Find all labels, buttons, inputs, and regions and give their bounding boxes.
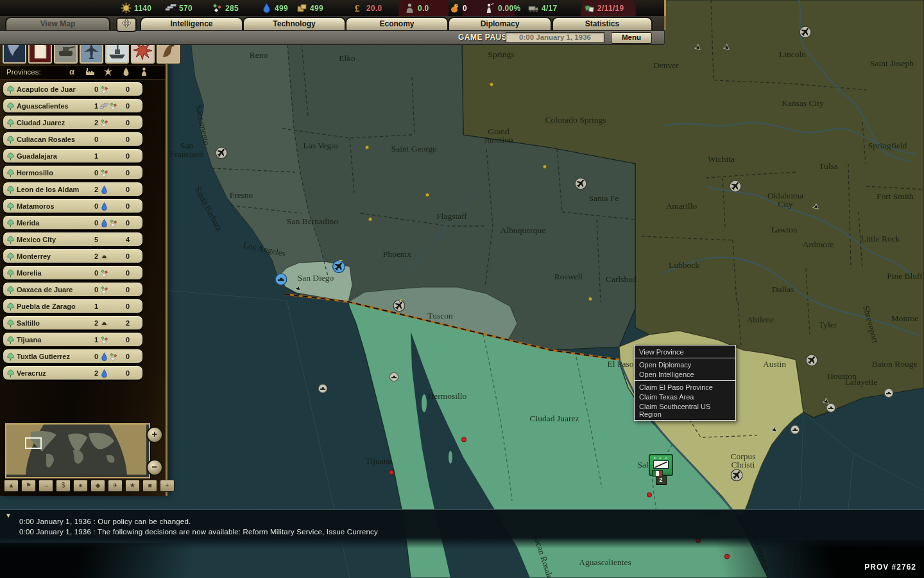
province-right-value: 0	[126, 219, 142, 227]
provinces-header: Provinces: α	[0, 66, 166, 80]
resource-value: 1140	[134, 4, 151, 13]
metal-icon	[166, 3, 176, 13]
province-leaf-icon	[6, 152, 15, 160]
convoy-arrow-icon	[771, 425, 778, 436]
province-name: Puebla de Zarago	[17, 302, 89, 310]
move-map-button[interactable]	[116, 17, 137, 32]
province-row[interactable]: Culiacan Rosales00	[3, 132, 143, 146]
province-row[interactable]: Oaxaca de Juare00	[3, 282, 143, 297]
tab-intelligence[interactable]: Intelligence	[140, 17, 243, 30]
menu-button[interactable]: Menu	[611, 32, 652, 44]
airbase-icon[interactable]	[393, 300, 406, 315]
map-mode-supply-button[interactable]: ■	[142, 480, 157, 492]
log-collapse-icon[interactable]: ▼	[5, 512, 12, 519]
port-icon[interactable]	[318, 384, 328, 396]
airbase-icon[interactable]	[216, 147, 228, 162]
friendly-airbase-icon[interactable]	[332, 260, 345, 276]
tab-view-map[interactable]: View Map	[5, 17, 110, 30]
province-row[interactable]: Tijuana10	[3, 332, 143, 347]
map-mode-air-button[interactable]: ✈	[108, 480, 123, 492]
province-name: Tijuana	[17, 336, 89, 344]
date-display: 0:00 January 1, 1936	[506, 32, 604, 43]
menu-separator	[635, 380, 735, 381]
money-icon: £	[353, 3, 364, 13]
map-mode-buttons: ▲⚑→$●◆✈★■+	[4, 480, 175, 492]
port-icon[interactable]	[389, 372, 399, 385]
menu-item-claim-el-paso-province[interactable]: Claim El Paso Province	[635, 382, 735, 392]
rare-resource-icon	[109, 218, 117, 227]
sort-by-sort-alpha-icon[interactable]: α	[67, 67, 77, 77]
province-row[interactable]: Saltillo22	[3, 315, 143, 330]
map-mode-diplomatic-button[interactable]: ◆	[90, 480, 105, 492]
coal-resource-icon	[100, 319, 108, 327]
map-mode-economic-button[interactable]: $	[56, 480, 71, 492]
map-mode-resources-button[interactable]: ●	[73, 480, 88, 492]
province-leaf-icon	[6, 319, 15, 327]
airbase-icon[interactable]	[800, 26, 812, 41]
army-unit-counter[interactable]: x x x 2	[649, 455, 672, 482]
map-mode-movement-button[interactable]: →	[38, 480, 53, 492]
sort-by-oil-icon[interactable]	[121, 67, 131, 77]
friendly-naval-base-icon[interactable]	[275, 274, 287, 288]
sort-by-factory-icon[interactable]	[85, 67, 95, 77]
province-right-value: 0	[126, 136, 142, 143]
map-mode-misc-button[interactable]: +	[160, 480, 175, 492]
tab-technology[interactable]: Technology	[243, 17, 346, 30]
province-right-value: 0	[126, 369, 142, 377]
province-ic-value: 0	[89, 85, 98, 93]
province-row[interactable]: Hermosillo00	[3, 165, 143, 180]
menu-item-claim-texas-area[interactable]: Claim Texas Area	[635, 392, 735, 401]
map-mode-political-button[interactable]: ⚑	[21, 480, 36, 492]
province-row[interactable]: Ciudad Juarez20	[3, 115, 143, 130]
tab-economy[interactable]: Economy	[345, 17, 449, 30]
provinces-header-label: Provinces:	[6, 68, 41, 76]
province-row[interactable]: Acapulco de Juar00	[3, 82, 143, 96]
map-label: El Paso	[608, 360, 634, 368]
province-name: Culiacan Rosales	[17, 136, 89, 143]
airbase-icon[interactable]	[806, 355, 818, 369]
airbase-icon[interactable]	[575, 178, 587, 193]
minimap-viewport[interactable]	[25, 437, 42, 449]
province-row[interactable]: Monterrey20	[3, 249, 143, 263]
province-row[interactable]: Veracruz20	[3, 365, 143, 380]
province-row[interactable]: Matamoros00	[3, 198, 143, 213]
province-row[interactable]: Merida00	[3, 215, 143, 230]
province-ic-value: 1	[89, 102, 98, 110]
province-resource-icons	[98, 168, 126, 177]
map-label: Fort Smith	[877, 192, 914, 200]
province-row[interactable]: Leon de los Aldam20	[3, 182, 143, 197]
zoom-out-button[interactable]: −	[146, 459, 163, 476]
province-name: Morelia	[17, 269, 89, 277]
tab-diplomacy[interactable]: Diplomacy	[448, 17, 552, 30]
map-label: Amarillo	[666, 202, 697, 210]
map-label: Wichita	[708, 155, 735, 163]
energy-icon	[121, 3, 132, 13]
map-mode-terrain-button[interactable]: ▲	[4, 480, 19, 492]
zoom-in-button[interactable]: +	[146, 426, 163, 443]
menu-item-open-intelligence[interactable]: Open Intelligence	[635, 369, 735, 379]
province-row[interactable]: Puebla de Zarago10	[3, 299, 143, 313]
menu-item-open-diplomacy[interactable]: Open Diplomacy	[635, 360, 735, 369]
port-icon[interactable]	[791, 425, 800, 437]
menu-item-view-province[interactable]: View Province	[635, 347, 735, 356]
unit-chip: x x x	[649, 455, 672, 475]
tab-statistics[interactable]: Statistics	[552, 17, 653, 30]
menu-separator	[635, 358, 735, 358]
province-row[interactable]: Mexico City54	[3, 232, 143, 247]
airbase-icon[interactable]	[731, 469, 743, 484]
sort-by-manpower-icon[interactable]	[139, 67, 149, 77]
port-icon[interactable]	[884, 389, 894, 401]
sort-by-points-icon[interactable]	[103, 67, 113, 77]
map-mode-victory-button[interactable]: ★	[125, 480, 140, 492]
airbase-icon[interactable]	[730, 180, 742, 195]
rare-resource-icon	[100, 335, 108, 344]
province-row[interactable]: Tuxtla Gutierrez00	[3, 349, 143, 363]
victory-point-dot	[389, 466, 395, 478]
menu-item-claim-southcentral-us-region[interactable]: Claim Southcentral US Region	[635, 401, 735, 419]
minimap[interactable]	[5, 423, 150, 478]
province-row[interactable]: Morelia00	[3, 265, 143, 280]
province-row[interactable]: Aguascalientes10	[3, 98, 143, 113]
province-row[interactable]: Guadalajara10	[3, 148, 143, 163]
resource-dot	[588, 292, 593, 304]
province-leaf-icon	[6, 252, 15, 260]
